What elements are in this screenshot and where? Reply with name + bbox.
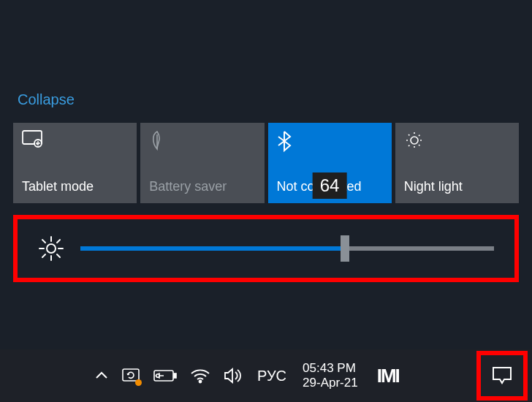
windows-update-icon[interactable] <box>121 367 140 384</box>
brightness-slider-area <box>13 215 519 282</box>
battery-icon[interactable] <box>153 368 177 383</box>
brightness-icon <box>38 235 64 262</box>
bluetooth-icon <box>277 130 383 151</box>
taskbar-clock[interactable]: 05:43 PM 29-Apr-21 <box>303 361 358 391</box>
tile-label: Tablet mode <box>22 179 128 194</box>
brightness-slider[interactable] <box>80 246 494 251</box>
tablet-mode-icon <box>22 130 128 151</box>
svg-point-4 <box>47 244 56 253</box>
app-indicator[interactable]: IMI <box>377 365 399 387</box>
tile-label: Night light <box>404 179 510 194</box>
tile-label: Battery saver <box>149 179 255 194</box>
wifi-icon[interactable] <box>190 368 210 384</box>
action-center-button[interactable] <box>476 351 528 401</box>
tray-overflow-icon[interactable] <box>95 371 108 381</box>
tile-tablet-mode[interactable]: Tablet mode <box>13 123 137 203</box>
slider-fill <box>80 246 345 251</box>
svg-rect-15 <box>174 373 176 378</box>
clock-date: 29-Apr-21 <box>303 376 358 390</box>
tile-battery-saver[interactable]: Battery saver <box>140 123 264 203</box>
quick-action-tiles: Tablet mode Battery saver Not connected … <box>13 123 519 203</box>
taskbar: РУС 05:43 PM 29-Apr-21 IMI <box>0 349 532 402</box>
svg-line-10 <box>57 254 60 257</box>
svg-line-12 <box>57 240 60 243</box>
notification-icon <box>491 365 513 386</box>
night-light-icon <box>404 130 510 151</box>
collapse-link[interactable]: Collapse <box>18 91 75 108</box>
clock-time: 05:43 PM <box>303 361 358 376</box>
slider-thumb[interactable] <box>341 235 349 262</box>
svg-line-9 <box>42 240 45 243</box>
svg-point-16 <box>156 374 160 378</box>
tile-bluetooth[interactable]: Not connected 64 <box>268 123 392 203</box>
volume-icon[interactable] <box>224 367 244 384</box>
tile-night-light[interactable]: Night light <box>395 123 519 203</box>
svg-line-11 <box>42 254 45 257</box>
action-center-panel: Collapse <box>13 91 519 282</box>
svg-point-3 <box>411 137 418 144</box>
system-tray: РУС <box>95 367 286 384</box>
svg-point-18 <box>200 381 202 383</box>
leaf-icon <box>149 130 255 151</box>
brightness-value-tooltip: 64 <box>313 172 347 199</box>
input-language[interactable]: РУС <box>257 368 286 384</box>
